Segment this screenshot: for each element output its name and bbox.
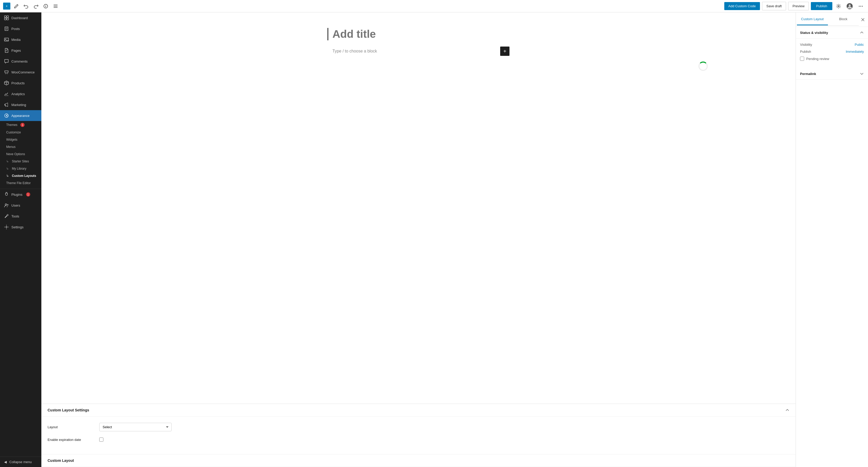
visibility-value[interactable]: Public [855,43,864,47]
sidebar-item-label: Pages [11,49,21,53]
expiration-label: Enable expiration date [48,438,99,442]
tools-icon [4,214,9,218]
svg-point-16 [6,115,7,116]
list-icon [53,4,58,8]
settings-button[interactable] [834,2,843,10]
avatar-icon [846,3,853,9]
pages-icon [4,48,9,53]
sidebar-item-label: Posts [11,27,20,31]
layout-control: Select Hook Header Footer Custom [99,423,789,431]
undo-icon [24,4,28,8]
visibility-row: Visibility Public [800,43,864,47]
tab-block[interactable]: Block [828,13,859,25]
canvas-inner: Type / to choose a block + [315,12,522,142]
preview-button[interactable]: Preview [788,2,809,10]
sidebar-item-users[interactable]: Users [0,200,41,211]
right-panel-header: Custom Layout Block [796,12,868,27]
layout-select[interactable]: Select Hook Header Footer Custom [99,423,172,431]
layout-row: Layout Select Hook Header Footer Custom [48,423,789,431]
sidebar-sub-item-themes[interactable]: Themes 1 [0,121,41,129]
sidebar-sub-item-custom-layouts[interactable]: ↳ Custom Layouts [0,172,41,179]
sidebar-item-media[interactable]: Media [0,34,41,45]
sidebar-item-posts[interactable]: Posts [0,23,41,34]
sidebar-item-comments[interactable]: Comments [0,56,41,67]
pending-review-label: Pending review [800,57,829,61]
status-visibility-body: Visibility Public Publish Immediately Pe… [796,38,868,68]
pending-review-text: Pending review [806,57,829,61]
pending-review-checkbox[interactable] [800,57,804,61]
layout-label: Layout [48,425,99,429]
ellipsis-icon [858,4,863,9]
list-view-button[interactable] [52,2,59,10]
sidebar-item-woocommerce[interactable]: WooCommerce [0,67,41,78]
undo-button[interactable] [22,2,30,10]
editor-canvas[interactable]: Type / to choose a block + [41,12,796,404]
user-button[interactable] [845,1,855,11]
right-panel: Custom Layout Block Status & visibility … [796,12,868,467]
sidebar-sub-item-neve-options[interactable]: Neve Options [0,150,41,158]
publish-label: Publish [800,50,811,54]
sidebar-item-plugins[interactable]: Plugins 1 [0,189,41,200]
plugins-icon [4,192,9,197]
sidebar-sub-item-theme-file-editor[interactable]: Theme File Editor [0,179,41,187]
status-visibility-section[interactable]: Status & visibility [796,27,868,38]
sidebar-sub-item-widgets[interactable]: Widgets [0,136,41,143]
loading-spinner [699,62,708,71]
my-library-prefix: ↳ [6,167,9,170]
plugins-badge: 1 [26,193,30,197]
panel-body: Layout Select Hook Header Footer Custom … [41,416,796,454]
title-input[interactable] [328,28,509,40]
tab-custom-layout[interactable]: Custom Layout [797,13,828,25]
sidebar-sub-item-menus[interactable]: Menus [0,143,41,150]
permalink-section[interactable]: Permalink [796,68,868,80]
sidebar-item-label: Products [11,81,25,85]
marketing-icon [4,103,9,107]
sidebar-item-label: Comments [11,59,28,63]
status-visibility-title: Status & visibility [800,31,828,35]
add-block-button[interactable]: + [3,3,10,9]
sidebar-item-tools[interactable]: Tools [0,211,41,222]
sidebar-item-settings[interactable]: Settings [0,222,41,232]
sidebar-item-appearance[interactable]: Appearance [0,110,41,121]
edit-button[interactable] [12,2,20,10]
sidebar-item-products[interactable]: Products [0,78,41,88]
edit-icon [14,4,19,8]
comments-icon [4,59,9,64]
save-draft-button[interactable]: Save draft [762,2,786,10]
sidebar-sub-item-starter-sites[interactable]: ↳ Starter Sites [0,158,41,165]
sidebar-sub-item-my-library[interactable]: ↳ My Library [0,165,41,172]
publish-value[interactable]: Immediately [846,50,864,54]
sidebar-item-marketing[interactable]: Marketing [0,99,41,110]
my-library-label: My Library [12,167,26,170]
publish-button[interactable]: Publish [811,2,832,10]
right-panel-tabs: Custom Layout Block [797,13,859,26]
bottom-panel: Custom Layout Settings Layout Select Hoo… [41,404,796,467]
custom-layouts-prefix: ↳ [6,174,9,178]
starter-sites-prefix: ↳ [6,159,9,163]
collapse-menu-button[interactable]: ◀ Collapse menu [0,457,41,467]
sidebar-item-analytics[interactable]: Analytics [0,88,41,99]
sidebar-item-pages[interactable]: Pages [0,45,41,56]
sidebar-item-label: Appearance [11,114,29,118]
add-custom-code-button[interactable]: Add Custom Code [724,2,760,10]
panel-header[interactable]: Custom Layout Settings [41,404,796,416]
svg-point-5 [861,6,861,6]
toolbar: + Add Custom Code Save draft Preview Pub… [0,0,868,12]
svg-rect-10 [7,18,8,20]
sidebar-sub-item-customize[interactable]: Customize [0,129,41,136]
info-button[interactable] [42,2,50,10]
themes-badge: 1 [21,123,25,127]
add-block-inline-button[interactable]: + [500,47,509,56]
sidebar-item-label: Settings [11,225,24,229]
expiration-checkbox[interactable] [99,438,103,442]
redo-button[interactable] [32,2,40,10]
info-icon [43,4,48,8]
custom-layout-section-header[interactable]: Custom Layout [41,454,796,467]
sidebar-item-dashboard[interactable]: Dashboard [0,12,41,23]
visibility-label: Visibility [800,43,812,47]
more-options-button[interactable] [857,2,865,10]
pending-review-row: Pending review [800,57,864,61]
sidebar-item-label: Media [11,38,21,41]
right-panel-close-button[interactable] [859,16,867,24]
expand-permalink-icon [860,71,864,76]
